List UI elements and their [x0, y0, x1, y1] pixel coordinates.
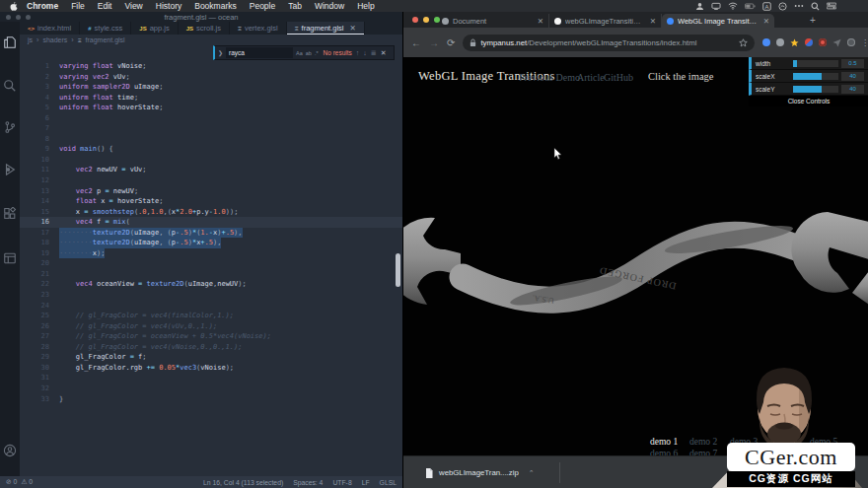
- account-icon[interactable]: [3, 444, 17, 457]
- new-tab-button[interactable]: +: [810, 14, 816, 28]
- battery-icon[interactable]: [745, 3, 756, 10]
- code-line[interactable]: 3uniform sampler2D uImage;: [20, 82, 402, 93]
- gui-value[interactable]: 40: [841, 85, 864, 94]
- code-line[interactable]: 6: [20, 113, 402, 124]
- code-line[interactable]: 31: [20, 373, 402, 383]
- close-controls-button[interactable]: Close Controls: [749, 96, 868, 106]
- keyboard-icon[interactable]: A: [762, 2, 771, 11]
- code-line[interactable]: 16 vec4 f = mix(: [20, 217, 402, 228]
- extension-gray-icon[interactable]: [776, 38, 784, 46]
- find-previous-icon[interactable]: ↑: [356, 49, 360, 56]
- extension-blue-icon[interactable]: [762, 38, 770, 46]
- editor-tab-vertex.glsl[interactable]: Ξvertex.glsl: [230, 22, 287, 35]
- back-icon[interactable]: ←: [411, 37, 421, 48]
- wrench-image[interactable]: DROP FORGED U.S.A.: [403, 210, 868, 314]
- explorer-icon[interactable]: [3, 35, 17, 49]
- browser-close-button[interactable]: [412, 17, 418, 23]
- menubar-item-edit[interactable]: Edit: [98, 1, 112, 11]
- find-in-selection-icon[interactable]: ≣: [371, 49, 377, 57]
- tab-close-icon[interactable]: ✕: [763, 17, 769, 26]
- code-line[interactable]: 24: [20, 301, 402, 312]
- browser-tab[interactable]: webGLImageTransitions/dem...✕: [549, 14, 662, 28]
- user-icon[interactable]: [695, 2, 704, 11]
- search-icon[interactable]: [811, 2, 820, 11]
- extensions-icon[interactable]: [3, 207, 17, 221]
- siri-icon[interactable]: [778, 2, 787, 11]
- tab-close-icon[interactable]: ✕: [538, 17, 543, 26]
- nav-link-article[interactable]: Article: [577, 72, 605, 83]
- match-case-toggle[interactable]: Aa: [296, 50, 303, 56]
- demo-link-demo-1[interactable]: demo 1: [650, 437, 678, 447]
- menubar-item-bookmarks[interactable]: Bookmarks: [194, 1, 237, 11]
- cursor-position[interactable]: Ln 16, Col 4 (113 selected): [203, 479, 283, 486]
- reload-icon[interactable]: ⟳: [447, 37, 455, 48]
- extension-plane-icon[interactable]: [832, 38, 841, 47]
- code-line[interactable]: 19········x);: [20, 248, 402, 259]
- menubar-item-tab[interactable]: Tab: [288, 1, 302, 11]
- code-line[interactable]: 29 gl_FragColor = f;: [20, 352, 402, 363]
- code-line[interactable]: 14 float x = hoverState;: [20, 196, 402, 207]
- code-line[interactable]: 25 // gl_FragColor = vec4(finalColor,1.)…: [20, 311, 402, 321]
- gui-value[interactable]: 40: [841, 72, 864, 81]
- code-line[interactable]: 12: [20, 175, 402, 186]
- editor-tab-style.css[interactable]: #style.css: [80, 22, 131, 35]
- problems-indicator[interactable]: ⊘ 0 ⚠ 0: [6, 478, 33, 486]
- menubar-item-window[interactable]: Window: [315, 1, 344, 11]
- menubar-item-view[interactable]: View: [124, 1, 142, 11]
- editor-tab-app.js[interactable]: JSapp.js: [131, 22, 178, 35]
- nav-link-previous-demo[interactable]: Previous Demo: [519, 72, 580, 83]
- code-line[interactable]: 15 x = smoothstep(.0,1.0,(x*2.0+p.y-1.0)…: [20, 207, 402, 218]
- breadcrumb-item[interactable]: shaders: [42, 36, 67, 43]
- browser-menu-icon[interactable]: ⋮: [861, 38, 868, 47]
- code-line[interactable]: 32: [20, 383, 402, 394]
- source-control-icon[interactable]: [3, 120, 17, 134]
- menubar-item-history[interactable]: History: [156, 1, 181, 11]
- code-line[interactable]: 1varying float vNoise;: [20, 61, 402, 72]
- extension-red-icon[interactable]: [819, 38, 827, 46]
- apple-icon[interactable]: [10, 2, 18, 11]
- bookmark-star-icon[interactable]: [739, 38, 748, 47]
- code-line[interactable]: 11 vec2 newUV = vUv;: [20, 165, 402, 175]
- code-line[interactable]: 10: [20, 155, 402, 166]
- code-line[interactable]: 28 // gl_FragColor = vec4(vNoise,0.,0.,1…: [20, 342, 402, 353]
- browser-tab[interactable]: Document✕: [437, 14, 549, 28]
- code-line[interactable]: 22 vec4 oceanView = texture2D(uImage,new…: [20, 279, 402, 290]
- tab-close-icon[interactable]: ✕: [650, 17, 656, 26]
- address-bar[interactable]: tympanus.net/Development/webGLImageTrans…: [463, 35, 755, 51]
- code-line[interactable]: 20: [20, 258, 402, 269]
- find-close-icon[interactable]: ✕: [381, 49, 387, 57]
- control-center-icon[interactable]: [827, 2, 836, 10]
- debug-icon[interactable]: [3, 163, 17, 176]
- extension-star-icon[interactable]: [790, 38, 799, 47]
- code-line[interactable]: 33}: [20, 394, 402, 405]
- code-line[interactable]: 30 gl_FragColor.rgb += 0.05*vec3(vNoise)…: [20, 363, 402, 374]
- breadcrumb-item[interactable]: js: [28, 36, 33, 43]
- regex-toggle[interactable]: .*: [315, 50, 319, 56]
- encoding[interactable]: UTF-8: [332, 479, 351, 486]
- find-next-icon[interactable]: ↓: [363, 49, 367, 56]
- download-item[interactable]: webGLImageTran....zip ⌃: [417, 463, 542, 482]
- code-line[interactable]: 23: [20, 290, 402, 301]
- display-icon[interactable]: [711, 2, 721, 11]
- editor-tab-fragment.glsl[interactable]: Ξfragment.glsl✕: [287, 22, 365, 35]
- extension-a-icon[interactable]: [805, 38, 813, 46]
- code-line[interactable]: 4uniform float time;: [20, 93, 402, 104]
- wifi-icon[interactable]: [728, 2, 738, 10]
- tab-close-icon[interactable]: ✕: [349, 24, 355, 33]
- code-line[interactable]: 27 // gl_FragColor = oceanView + 0.5*vec…: [20, 331, 402, 342]
- code-line[interactable]: 7: [20, 123, 402, 134]
- gui-slider[interactable]: [793, 86, 838, 93]
- menubar-item-file[interactable]: File: [71, 1, 85, 11]
- code-line[interactable]: 8: [20, 134, 402, 145]
- browser-minimize-button[interactable]: [423, 17, 429, 23]
- breadcrumb-item[interactable]: fragment.glsl: [86, 36, 125, 43]
- menubar-item-people[interactable]: People: [250, 1, 275, 11]
- code-line[interactable]: 5uniform float hoverState;: [20, 103, 402, 113]
- code-line[interactable]: 18········texture2D(uImage, (p-.5)*x+.5)…: [20, 238, 402, 248]
- find-expand-chevron-icon[interactable]: ❯: [218, 49, 223, 56]
- editor-tab-index.html[interactable]: <>index.html: [20, 22, 80, 35]
- eol-setting[interactable]: LF: [362, 479, 370, 486]
- download-caret-icon[interactable]: ⌃: [529, 469, 535, 477]
- menubar-item-chrome[interactable]: Chrome: [27, 1, 58, 11]
- language-mode[interactable]: GLSL: [380, 479, 397, 486]
